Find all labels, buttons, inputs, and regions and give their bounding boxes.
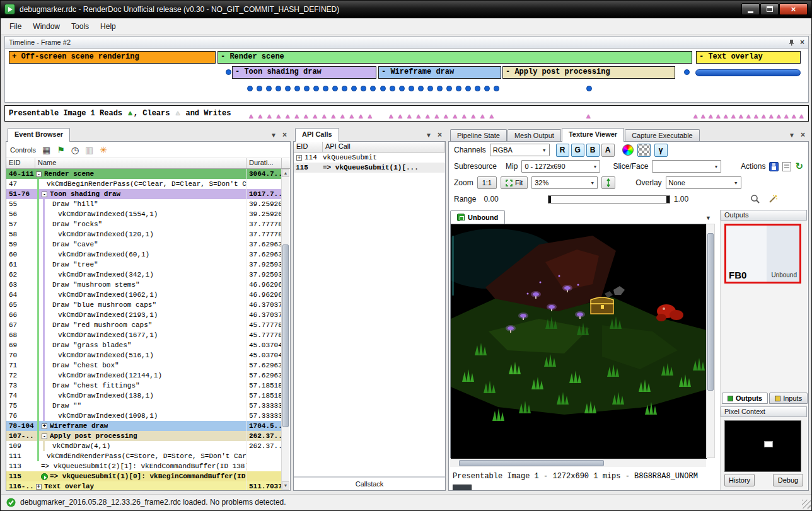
column-eid[interactable]: EID [6,158,35,168]
timeline-draw-dot[interactable] [313,86,319,91]
write-triangle-icon[interactable]: ▲ [490,109,494,124]
column-name[interactable]: Name [35,158,246,168]
timeline-draw-dot[interactable] [418,86,424,91]
timeline-draw-dot[interactable] [351,86,357,91]
write-triangle-icon[interactable]: ▲ [407,109,412,124]
timeline-event-bar[interactable] [695,69,801,76]
write-triangle-icon[interactable]: ▲ [249,109,253,124]
collapse-icon[interactable]: - [42,433,47,439]
texture-horizontal-scrollbar[interactable] [450,459,706,467]
timeline-draw-dot[interactable] [257,86,262,91]
timeline-resource-row[interactable]: Presentable Image 1 Reads ▲, Clears ▲ an… [4,105,809,122]
event-row-61[interactable]: 61Draw "tree"37.92593 [6,260,282,270]
timeline-canvas[interactable]: + Off-screen scene rendering- Render sce… [4,49,809,103]
write-triangle-icon[interactable]: ▲ [426,109,430,124]
write-triangle-icon[interactable]: ▲ [258,109,263,124]
timeline-header[interactable]: Timeline - Frame #2 × [4,36,809,49]
menu-tools[interactable]: Tools [66,20,95,33]
tab-capture-executable[interactable]: Capture Executable [625,129,700,142]
expand-icon[interactable]: + [42,423,47,429]
menu-help[interactable]: Help [95,20,122,33]
write-triangle-icon[interactable]: ▲ [304,109,308,124]
timeline-draw-dot[interactable] [494,86,499,91]
write-triangle-icon[interactable]: ▲ [295,109,299,124]
menu-window[interactable]: Window [27,20,66,33]
event-row-64[interactable]: 64vkCmdDrawIndexed(1062,1)46.96296 [6,290,282,300]
write-triangle-icon[interactable]: ▲ [709,109,713,124]
panel-menu-icon[interactable]: ▼ [426,132,432,139]
expand-icon[interactable]: + [36,484,42,490]
timeline-draw-dot[interactable] [456,86,461,91]
write-triangle-icon[interactable]: ▲ [277,109,281,124]
event-row-51-76[interactable]: 51-76-Toon shading draw1017.7... [6,189,282,199]
write-triangle-icon[interactable]: ▲ [286,109,290,124]
menu-file[interactable]: File [4,20,27,33]
column-eid[interactable]: EID [294,142,323,152]
collapse-icon[interactable]: - [42,192,47,197]
timeline-draw-dot[interactable] [586,86,592,91]
write-triangle-icon[interactable]: ▲ [769,109,774,124]
scroll-down-icon[interactable]: ▼ [282,481,289,490]
panel-close-icon[interactable]: × [438,132,442,139]
api-call-row-115[interactable]: 115=> vkQueueSubmit(1)[... [294,163,445,173]
refresh-icon[interactable]: ↻ [795,162,803,171]
time-draws-icon[interactable]: ◷ [71,145,79,155]
bookmark-icon[interactable]: ✳ [100,145,107,155]
panel-menu-icon[interactable]: ▼ [789,132,795,139]
scroll-thumb[interactable] [282,244,289,427]
write-triangle-icon[interactable]: ▲ [762,109,766,124]
timeline-section--toon-shading-draw[interactable]: - Toon shading draw [232,66,376,79]
flip-y-button[interactable] [601,176,615,189]
write-triangle-icon[interactable]: ▲ [792,109,796,124]
timeline-draw-dot[interactable] [437,86,443,91]
zoom-percent-combo[interactable]: 32%▼ [531,176,598,189]
write-triangle-icon[interactable]: ▲ [693,109,698,124]
zoom-fit-button[interactable]: Fit [501,176,528,189]
write-triangle-icon[interactable]: ▲ [313,109,318,124]
tab-event-browser[interactable]: Event Browser [8,128,70,142]
texture-list-chevron-icon[interactable]: ▼ [705,215,711,221]
write-triangle-icon[interactable]: ▲ [799,109,804,124]
write-triangle-icon[interactable]: ▲ [417,109,421,124]
tab-inputs[interactable]: Inputs [769,393,808,404]
event-row-62[interactable]: 62vkCmdDrawIndexed(342,1)37.92593 [6,270,282,280]
color-wheel-icon[interactable] [622,144,634,156]
range-handle[interactable] [666,196,670,203]
texture-tab-unbound[interactable]: Unbound [450,210,505,224]
write-triangle-icon[interactable]: ▲ [322,109,327,124]
timeline-draw-dot[interactable] [276,86,281,91]
debug-button[interactable]: Debug [773,474,803,486]
write-triangle-icon[interactable]: ▲ [472,109,476,124]
timeline-draw-dot[interactable] [399,86,405,91]
channel-g-button[interactable]: G [571,144,584,157]
timeline-draw-dot[interactable] [266,86,272,91]
timeline-draw-dot[interactable] [475,86,480,91]
channel-a-button[interactable]: A [601,144,615,157]
event-row-73[interactable]: 73Draw "chest fittings"57.18518 [6,381,282,391]
timeline-draw-dot[interactable] [484,86,490,91]
write-triangle-icon[interactable]: ▲ [746,109,751,124]
timeline-section--render-scene[interactable]: - Render scene [218,51,692,64]
timeline-draw-dot[interactable] [247,86,253,91]
maximize-button[interactable] [760,3,779,15]
timeline-section--off-screen-scene-rendering[interactable]: + Off-screen scene rendering [9,51,216,64]
export-texture-icon[interactable] [782,162,791,171]
filter-grid-icon[interactable]: ▦ [42,145,50,155]
callstack-section[interactable]: Callstack [294,476,445,490]
channels-combo[interactable]: RGBA▼ [490,144,550,156]
event-row-66[interactable]: 66vkCmdDrawIndexed(2193,1)46.37037 [6,310,282,320]
event-row-72[interactable]: 72vkCmdDrawIndexed(12144,1)57.62963 [6,370,282,381]
event-row-46-111[interactable]: 46-111-Render scene3064.7... [6,169,282,179]
jump-flag-icon[interactable]: ⚑ [57,145,65,155]
timeline-draw-dot[interactable] [285,86,291,91]
event-row-70[interactable]: 70vkCmdDrawIndexed(516,1)45.03704 [6,350,282,360]
write-triangle-icon[interactable]: ▲ [462,109,467,124]
write-triangle-icon[interactable]: ▲ [389,109,393,124]
timeline-section--apply-post-processing[interactable]: - Apply post processing [502,66,675,79]
timeline-event-dot[interactable] [684,69,690,75]
event-row-113[interactable]: 113=> vkQueueSubmit(2)[1]: vkEndCommandB… [6,461,282,471]
event-row-57[interactable]: 57Draw "rocks"37.77778 [6,219,282,229]
write-triangle-icon[interactable]: ▲ [701,109,705,124]
close-button[interactable]: × [779,3,808,15]
event-row-107-...[interactable]: 107-...-Apply post processing262.37... [6,431,282,441]
